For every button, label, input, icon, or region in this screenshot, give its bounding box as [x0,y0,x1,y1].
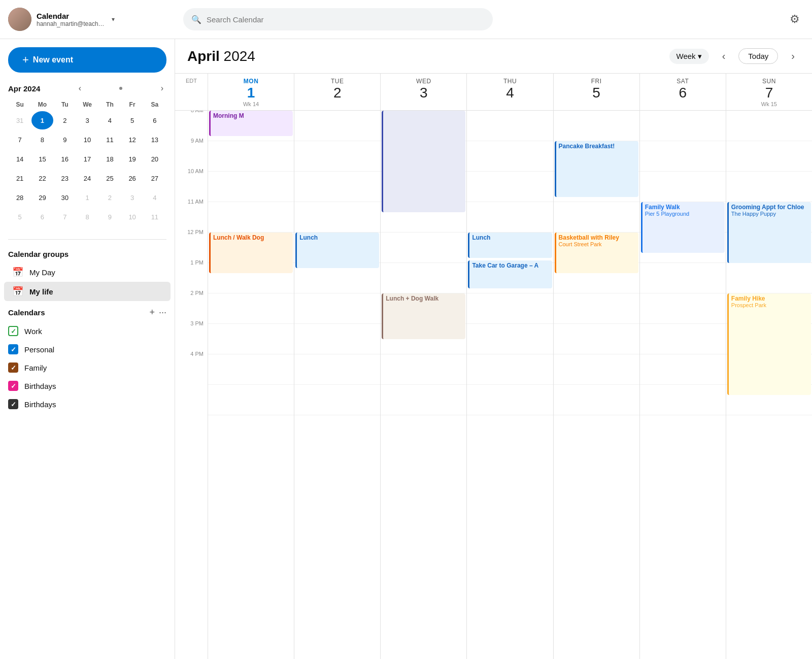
mini-cal-day[interactable]: 7 [9,130,30,149]
mini-cal-day[interactable]: 24 [77,169,98,187]
mini-cal-day[interactable]: 28 [9,188,30,207]
mini-cal-day[interactable]: 12 [122,130,143,149]
mini-cal-day[interactable]: 11 [99,130,120,149]
calendar-event[interactable]: Lunch + Dog Walk [382,293,465,339]
mini-cal-day[interactable]: 23 [54,169,76,187]
mini-cal-day[interactable]: 20 [144,150,165,168]
sidebar-group-item[interactable]: 📅My life [4,282,171,301]
mini-cal-day[interactable]: 9 [54,130,76,149]
mini-cal-day[interactable]: 8 [31,130,53,149]
calendar-item[interactable]: ✓Personal [0,340,175,358]
time-label: 8 AM [191,111,204,113]
next-week-button[interactable]: › [786,47,800,65]
calendar-checkbox[interactable]: ✓ [8,399,18,409]
mini-cal-day[interactable]: 29 [31,188,53,207]
search-bar[interactable]: 🔍 [183,8,493,30]
mini-cal-day[interactable]: 3 [122,188,143,207]
mini-cal-day[interactable]: 7 [54,208,76,226]
calendar-checkbox[interactable]: ✓ [8,381,18,391]
user-profile[interactable]: Calendar hannah_martin@teach… ▾ [8,8,183,31]
mini-cal-day[interactable]: 15 [31,150,53,168]
calendar-item[interactable]: ✓Birthdays [0,377,175,395]
mini-cal-prev[interactable]: ‹ [76,83,84,94]
calendar-checkbox[interactable]: ✓ [8,326,18,336]
mini-cal-day[interactable]: 22 [31,169,53,187]
mini-cal-day[interactable]: 5 [9,208,30,226]
mini-cal-day[interactable]: 6 [144,111,165,129]
calendar-item[interactable]: ✓Work [0,322,175,340]
calendar-label: Birthdays [24,382,56,390]
mini-cal-day[interactable]: 2 [99,188,120,207]
mini-cal-day[interactable]: 26 [122,169,143,187]
calendar-event[interactable]: Lunch / Walk Dog [209,233,293,273]
mini-cal-day[interactable]: 25 [99,169,120,187]
mini-cal-day[interactable]: 4 [144,188,165,207]
calendar-checkbox[interactable]: ✓ [8,344,18,354]
calendar-checkbox[interactable]: ✓ [8,363,18,373]
mini-cal-day[interactable]: 19 [122,150,143,168]
mini-cal-day[interactable]: 9 [99,208,120,226]
mini-cal-day[interactable]: 31 [9,111,30,129]
calendar-event[interactable] [382,111,465,212]
mini-cal-day[interactable]: 3 [77,111,98,129]
day-body-col-fri[interactable]: Pancake Breakfast!Basketball with RileyC… [553,111,639,659]
day-body-col-thu[interactable]: LunchTake Car to Garage – A [466,111,553,659]
hour-line [294,141,380,172]
week-body[interactable]: 8 AM9 AM10 AM11 AM12 PM1 PM2 PM3 PM4 PM … [175,111,812,659]
mini-cal-day[interactable]: 18 [99,150,120,168]
hour-line [554,324,639,354]
mini-cal-day[interactable]: 27 [144,169,165,187]
mini-cal-day[interactable]: 14 [9,150,30,168]
day-body-col-wed[interactable]: Lunch + Dog Walk [380,111,466,659]
mini-cal-day[interactable]: 4 [99,111,120,129]
time-slot: 9 AM [175,141,208,172]
mini-cal-day[interactable]: 13 [144,130,165,149]
day-body-col-sat[interactable]: Family WalkPier 5 Playground [639,111,726,659]
mini-cal-day[interactable]: 11 [144,208,165,226]
mini-cal-day[interactable]: 1 [77,188,98,207]
calendar-event[interactable]: Family WalkPier 5 Playground [641,202,725,253]
mini-cal-day[interactable]: 17 [77,150,98,168]
calendar-event[interactable]: Lunch [468,233,552,258]
day-body-col-tue[interactable]: Lunch [294,111,380,659]
mini-cal-day[interactable]: 16 [54,150,76,168]
mini-cal-day[interactable]: 10 [122,208,143,226]
mini-cal-next[interactable]: › [158,83,166,94]
calendars-title: Calendars [8,308,45,317]
mini-cal-day[interactable]: 5 [122,111,143,129]
calendar-event[interactable]: Morning M [209,111,293,136]
calendar-event[interactable]: Pancake Breakfast! [555,141,638,197]
hour-line [554,202,639,233]
mini-cal-day[interactable]: 10 [77,130,98,149]
day-body-col-sun[interactable]: Grooming Appt for ChloeThe Happy PuppyFa… [726,111,812,659]
mini-cal-day[interactable]: 2 [54,111,76,129]
mini-cal-day[interactable]: 8 [77,208,98,226]
more-calendars-button[interactable]: ··· [159,307,166,318]
mini-cal-day[interactable]: 21 [9,169,30,187]
calendar-event[interactable]: Grooming Appt for ChloeThe Happy Puppy [727,202,811,263]
mini-cal-day[interactable]: 6 [31,208,53,226]
search-input[interactable] [207,15,485,24]
time-slot: 11 AM [175,202,208,233]
sidebar-group-item[interactable]: 📅My Day [4,262,171,282]
hour-line [726,172,812,202]
mini-cal-dot [119,87,122,90]
gear-icon[interactable]: ⚙ [786,9,804,30]
calendar-event[interactable]: Take Car to Garage – A [468,260,552,288]
mini-cal-title: Apr 2024 [8,84,40,93]
today-button[interactable]: Today [738,48,778,64]
calendar-event[interactable]: Basketball with RileyCourt Street Park [555,233,638,273]
add-calendar-button[interactable]: + [149,307,155,318]
calendar-event[interactable]: Lunch [295,233,379,268]
calendar-event[interactable]: Family HikeProspect Park [727,293,811,395]
time-slot: 4 PM [175,354,208,385]
view-selector[interactable]: Week ▾ [669,49,709,64]
hour-line [467,111,553,141]
calendar-item[interactable]: ✓Family [0,358,175,377]
day-body-col-mon[interactable]: Morning MLunch / Walk Dog [208,111,294,659]
mini-cal-day[interactable]: 30 [54,188,76,207]
prev-week-button[interactable]: ‹ [717,47,731,65]
mini-cal-day[interactable]: 1 [31,111,53,129]
new-event-button[interactable]: + New event [8,47,166,73]
calendar-item[interactable]: ✓Birthdays [0,395,175,413]
